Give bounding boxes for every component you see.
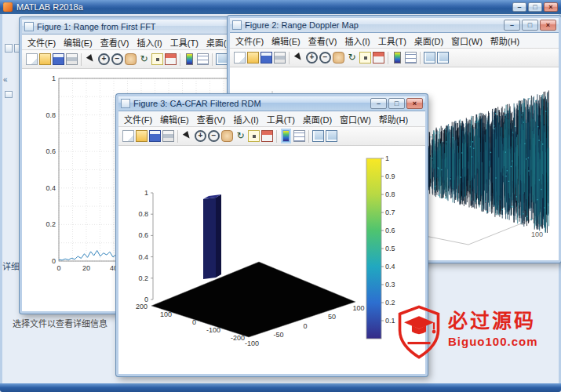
figure3-close-button[interactable]: [406, 98, 423, 109]
legend-icon[interactable]: [197, 53, 209, 65]
svg-text:0.3: 0.3: [385, 281, 395, 289]
new-icon[interactable]: [26, 53, 38, 65]
status-text: 选择文件以查看详细信息: [13, 317, 107, 329]
new-icon[interactable]: [234, 52, 246, 64]
datatip-icon[interactable]: [248, 130, 260, 142]
brush-icon[interactable]: [261, 130, 273, 142]
menu-item-1[interactable]: 编辑(E): [156, 111, 193, 127]
menu-item-0[interactable]: 文件(F): [24, 34, 60, 50]
figure3-toolbar: +−: [118, 127, 425, 146]
print-icon[interactable]: [66, 53, 78, 65]
svg-text:0.8: 0.8: [385, 191, 395, 198]
menu-item-2[interactable]: 查看(V): [304, 33, 341, 49]
legend-icon[interactable]: [293, 130, 305, 142]
menu-item-6[interactable]: 窗口(W): [447, 33, 486, 49]
cursor-icon[interactable]: [293, 52, 304, 64]
menu-item-5[interactable]: 桌面(D): [299, 111, 336, 127]
menu-item-2[interactable]: 查看(V): [97, 34, 133, 50]
menu-item-0[interactable]: 文件(F): [231, 33, 268, 49]
figure3-plot-area[interactable]: 00.20.40.60.812001000-100-200-100-500501…: [118, 146, 425, 374]
zoom-in-icon[interactable]: +: [98, 53, 110, 65]
main-window-title: MATLAB R2018a: [16, 2, 83, 12]
hand-icon[interactable]: [221, 130, 233, 142]
panel-collapse-icon[interactable]: «: [3, 75, 8, 84]
menu-item-3[interactable]: 插入(I): [229, 111, 262, 127]
figure2-maximize-button[interactable]: [522, 20, 538, 31]
figure2-titlebar[interactable]: Figure 2: Range Doppler Map: [230, 18, 559, 33]
save-icon[interactable]: [260, 52, 272, 64]
zoom-out-icon[interactable]: −: [208, 130, 220, 142]
datatip-icon[interactable]: [151, 53, 163, 65]
menu-item-0[interactable]: 文件(F): [120, 111, 156, 127]
zoom-out-icon[interactable]: −: [111, 53, 123, 65]
toolbar-separator: [180, 53, 180, 66]
toolstrip-icon[interactable]: [5, 91, 13, 98]
figure3-titlebar[interactable]: Figure 3: CA-CFAR Filtered RDM: [118, 96, 425, 111]
datatip-icon[interactable]: [359, 52, 371, 64]
details-panel-label[interactable]: 详细信息: [2, 260, 19, 272]
menu-item-4[interactable]: 工具(T): [374, 33, 410, 49]
menu-item-2[interactable]: 查看(V): [193, 111, 230, 127]
main-close-button[interactable]: [544, 2, 558, 12]
svg-text:100: 100: [352, 304, 364, 312]
menu-item-4[interactable]: 工具(T): [166, 34, 202, 50]
colorbar-icon[interactable]: [282, 130, 290, 142]
menu-item-1[interactable]: 编辑(E): [60, 34, 97, 50]
window-frame-left: [0, 14, 2, 383]
hand-icon[interactable]: [333, 52, 344, 64]
menu-item-3[interactable]: 插入(I): [133, 34, 166, 50]
dock-all-icon[interactable]: [437, 52, 449, 64]
cursor-icon[interactable]: [85, 53, 97, 65]
new-icon[interactable]: [122, 130, 134, 142]
toolbar-separator: [81, 53, 82, 66]
rotate-icon[interactable]: [138, 53, 150, 65]
cursor-icon[interactable]: [181, 130, 193, 142]
rotate-icon[interactable]: [346, 52, 358, 64]
print-icon[interactable]: [162, 130, 174, 142]
svg-text:0.6: 0.6: [385, 227, 395, 234]
figure3-minimize-button[interactable]: [370, 98, 387, 109]
figure3-maximize-button[interactable]: [388, 98, 405, 109]
zoom-in-icon[interactable]: +: [306, 52, 318, 64]
dock-icon[interactable]: [312, 130, 324, 142]
brush-icon[interactable]: [373, 52, 384, 64]
legend-icon[interactable]: [405, 52, 417, 64]
menu-item-7[interactable]: 帮助(H): [375, 111, 412, 127]
main-minimize-button[interactable]: [512, 2, 526, 12]
matlab-main-window: MATLAB R2018a « 详细信息 选择文件以查看详细信息 工作区 Fig…: [0, 0, 561, 392]
rotate-icon[interactable]: [235, 130, 246, 142]
toolstrip-icon[interactable]: [5, 44, 13, 53]
figure2-minimize-button[interactable]: [504, 20, 520, 31]
svg-text:0.6: 0.6: [138, 231, 148, 239]
svg-text:-100: -100: [206, 326, 220, 334]
hand-icon[interactable]: [125, 53, 137, 65]
colorbar-icon[interactable]: [394, 52, 401, 64]
dock-icon[interactable]: [216, 53, 228, 65]
menu-item-5[interactable]: 桌面(D): [410, 33, 447, 49]
watermark-url: Biguo100.com: [448, 335, 538, 348]
main-statusbar: [0, 383, 561, 392]
svg-text:0.9: 0.9: [385, 172, 395, 180]
open-icon[interactable]: [136, 130, 148, 142]
main-maximize-button[interactable]: [528, 2, 542, 12]
menu-item-4[interactable]: 工具(T): [263, 111, 299, 127]
print-icon[interactable]: [274, 52, 286, 64]
zoom-in-icon[interactable]: +: [195, 130, 206, 142]
menu-item-7[interactable]: 帮助(H): [486, 33, 523, 49]
dock-all-icon[interactable]: [326, 130, 337, 142]
open-icon[interactable]: [39, 53, 51, 65]
svg-text:0.6: 0.6: [46, 147, 56, 155]
menu-item-6[interactable]: 窗口(W): [336, 111, 375, 127]
figure-icon: [121, 99, 130, 108]
main-titlebar[interactable]: MATLAB R2018a: [0, 0, 561, 14]
save-icon[interactable]: [53, 53, 64, 65]
colorbar-icon[interactable]: [186, 53, 193, 65]
menu-item-3[interactable]: 插入(I): [341, 33, 373, 49]
dock-icon[interactable]: [424, 52, 435, 64]
menu-item-1[interactable]: 编辑(E): [268, 33, 304, 49]
zoom-out-icon[interactable]: −: [319, 52, 331, 64]
open-icon[interactable]: [247, 52, 259, 64]
figure2-close-button[interactable]: [540, 20, 556, 31]
brush-icon[interactable]: [165, 53, 177, 65]
save-icon[interactable]: [149, 130, 161, 142]
